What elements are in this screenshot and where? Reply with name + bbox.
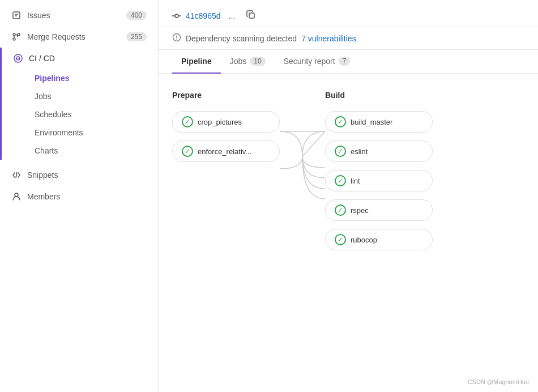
check-icon: ✓	[182, 146, 193, 157]
cicd-header[interactable]: CI / CD	[2, 48, 158, 69]
commit-ellipsis-button[interactable]: ...	[225, 10, 239, 22]
job-label: lint	[351, 177, 360, 185]
sidebar-item-members[interactable]: Members	[0, 186, 158, 207]
cicd-section: CI / CD Pipelines Jobs Schedules Environ…	[0, 48, 158, 160]
members-label: Members	[27, 192, 60, 201]
sidebar: Issues 400 Merge Requests 255	[0, 0, 159, 392]
job-rubocop[interactable]: ✓ rubocop	[325, 229, 433, 250]
sidebar-item-issues[interactable]: Issues 400	[0, 5, 158, 26]
sidebar-item-schedules[interactable]: Schedules	[29, 105, 158, 123]
job-label: enforce_relativ...	[198, 147, 251, 156]
sidebar-item-environments[interactable]: Environments	[29, 123, 158, 142]
snippets-icon	[11, 170, 22, 180]
job-label: crop_pictures	[198, 118, 242, 126]
commit-bar: 41c8965d ...	[159, 0, 538, 27]
watermark: CSDN @MagnumHou	[468, 378, 529, 385]
job-label: eslint	[351, 147, 368, 156]
job-label: rspec	[351, 206, 369, 215]
build-jobs-list: ✓ build_master ✓ eslint ✓ lint ✓ rspec ✓	[325, 111, 433, 250]
cicd-subnav: Pipelines Jobs Schedules Environments Ch…	[2, 69, 158, 160]
pipeline-view: Prepare ✓ crop_pictures ✓ enforce_relati…	[159, 74, 538, 392]
cicd-icon	[13, 53, 23, 63]
stage-build: Build ✓ build_master ✓ eslint ✓ lint ✓ r…	[325, 91, 433, 375]
members-icon	[11, 191, 22, 202]
check-icon: ✓	[182, 116, 193, 127]
alert-text: Dependency scanning detected	[186, 34, 297, 43]
tab-pipeline[interactable]: Pipeline	[172, 50, 221, 74]
check-icon: ✓	[335, 234, 346, 245]
svg-line-10	[16, 172, 17, 178]
tab-jobs[interactable]: Jobs 10	[221, 50, 275, 74]
snippets-label: Snippets	[27, 171, 58, 180]
stage-connector	[280, 91, 325, 375]
svg-point-12	[175, 14, 178, 18]
security-tab-badge: 7	[339, 57, 351, 66]
svg-point-11	[15, 193, 18, 197]
commit-icon	[172, 11, 181, 21]
stage-prepare-label: Prepare	[172, 91, 280, 100]
job-eslint[interactable]: ✓ eslint	[325, 140, 433, 162]
main-content: 41c8965d ... Dependency scanning detecte…	[159, 0, 538, 392]
issues-badge: 400	[126, 11, 147, 20]
vulnerabilities-link[interactable]: 7 vulnerabilities	[301, 34, 356, 43]
svg-point-3	[13, 33, 15, 36]
job-crop-pictures[interactable]: ✓ crop_pictures	[172, 111, 280, 133]
svg-rect-0	[13, 12, 20, 19]
sidebar-item-charts[interactable]: Charts	[29, 142, 158, 160]
copy-sha-button[interactable]	[243, 9, 259, 22]
sidebar-item-pipelines[interactable]: Pipelines	[29, 69, 158, 87]
check-icon: ✓	[335, 116, 346, 127]
issues-label: Issues	[27, 11, 50, 20]
sidebar-item-jobs[interactable]: Jobs	[29, 87, 158, 105]
check-icon: ✓	[335, 204, 346, 216]
stage-build-label: Build	[325, 91, 433, 100]
merge-requests-badge: 255	[126, 32, 147, 41]
sidebar-item-merge-requests[interactable]: Merge Requests 255	[0, 26, 158, 48]
svg-point-5	[18, 33, 20, 36]
svg-rect-15	[249, 13, 254, 18]
merge-icon	[11, 32, 22, 42]
sidebar-item-snippets[interactable]: Snippets	[0, 164, 158, 186]
job-rspec[interactable]: ✓ rspec	[325, 199, 433, 221]
jobs-tab-badge: 10	[250, 57, 265, 66]
svg-point-4	[13, 38, 15, 40]
prepare-jobs-list: ✓ crop_pictures ✓ enforce_relativ...	[172, 111, 280, 162]
issues-icon	[11, 10, 22, 20]
job-label: build_master	[351, 118, 392, 126]
commit-hash-link[interactable]: 41c8965d	[186, 11, 221, 20]
job-build-master[interactable]: ✓ build_master	[325, 111, 433, 133]
job-enforce-relativ[interactable]: ✓ enforce_relativ...	[172, 140, 280, 162]
tab-security-report[interactable]: Security report 7	[275, 50, 360, 74]
job-label: rubocop	[351, 236, 377, 244]
job-lint[interactable]: ✓ lint	[325, 170, 433, 191]
cicd-label: CI / CD	[29, 54, 55, 63]
stage-prepare: Prepare ✓ crop_pictures ✓ enforce_relati…	[172, 91, 280, 375]
svg-point-9	[18, 58, 19, 59]
tabs-bar: Pipeline Jobs 10 Security report 7	[159, 50, 538, 74]
check-icon: ✓	[335, 146, 346, 157]
alert-icon	[172, 33, 181, 44]
svg-point-18	[176, 39, 177, 40]
merge-requests-label: Merge Requests	[27, 32, 86, 41]
check-icon: ✓	[335, 175, 346, 186]
alert-bar: Dependency scanning detected 7 vulnerabi…	[159, 27, 538, 50]
